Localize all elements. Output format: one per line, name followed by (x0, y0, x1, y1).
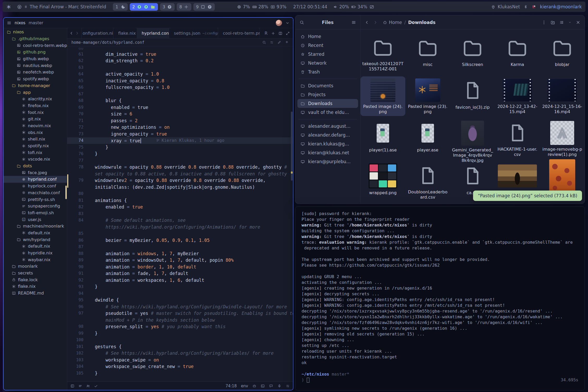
workspace-3[interactable]: 3? (160, 3, 175, 11)
chat-panel-icon[interactable] (269, 384, 273, 388)
tree-item-neovim.nix[interactable]: neovim.nix (4, 123, 67, 129)
level-indicators[interactable]: 20%34% (333, 4, 375, 9)
sidebar-item-kieran@purplebu-[interactable]: kieran@purplebu… (297, 157, 358, 166)
chevron-down-icon[interactable] (285, 21, 290, 25)
tree-item-tofi-emoji.sh[interactable]: tofi-emoji.sh (4, 210, 67, 216)
project-name[interactable]: nixos (15, 20, 26, 25)
tab-cool-retro-term.png[interactable]: cool-retro-term.png (218, 28, 260, 38)
file-item-gemini-generated-image-4rqv8k4rqv8k4rqv.jpg[interactable]: Gemini_Generated_Image_4rqv8k4rqv8k4rqv.… (450, 119, 495, 159)
back-icon[interactable] (365, 20, 369, 25)
sidebar-item-starred[interactable]: Starred (297, 50, 358, 59)
editor-scrollbar[interactable] (291, 46, 293, 382)
tab-flake.nix[interactable]: flake.nix (113, 28, 137, 38)
new-folder-icon[interactable] (550, 20, 555, 25)
tab-hyprland.conf[interactable]: hyprland.conf (137, 28, 169, 38)
sidebar-item-kieran.klukas@g-[interactable]: kieran.klukas@g… (297, 139, 358, 148)
file-item-image-removebg-preview(1).png[interactable]: image-removebg-preview(1).png (540, 119, 585, 159)
sidebar-item-downloads[interactable]: Downloads (297, 99, 358, 108)
settings-icon[interactable] (286, 384, 290, 388)
tree-item-obs.nix[interactable]: obs.nix (4, 129, 67, 136)
tree-item-dots[interactable]: dots (4, 163, 67, 169)
file-item-doubloonleaderboard.csv[interactable]: DoubloonLeaderboard.csv (405, 162, 450, 201)
scrollbar-thumb[interactable] (291, 112, 293, 181)
tree-item-spotify.nix[interactable]: spotify.nix (4, 143, 67, 149)
sparkle-icon[interactable] (285, 40, 289, 44)
view-options-caret-icon[interactable] (568, 21, 572, 24)
split-pane-icon[interactable] (278, 31, 283, 35)
project-panel-toggle-icon[interactable] (70, 384, 75, 388)
tree-item-secrets[interactable]: secrets (4, 270, 67, 277)
tab-r[interactable]: R (260, 28, 268, 38)
tray-app-icon[interactable] (531, 4, 536, 9)
file-item-takeout-20241207t155714z-001[interactable]: takeout-20241207T155714Z-001 (360, 34, 405, 73)
workspace-9[interactable]: 9? (193, 3, 215, 11)
tree-item-firefox.nix[interactable]: firefox.nix (4, 102, 67, 109)
tree-item-face.jpeg[interactable]: face.jpeg (4, 169, 67, 176)
pause-icon[interactable] (24, 5, 28, 9)
avatar[interactable] (276, 20, 282, 26)
git-branch[interactable]: master (29, 20, 43, 25)
tree-item-waybar.nix[interactable]: waybar.nix (4, 256, 67, 263)
ai-assistant-icon[interactable] (252, 384, 256, 388)
file-item-pasted-image-(24).png[interactable]: Pasted image (24).png (360, 76, 405, 116)
tree-item-hyprland.conf[interactable]: hyprland.conf (4, 176, 67, 183)
menu-icon[interactable] (7, 21, 11, 25)
code-editor[interactable]: 6061 dim_inactive = true62 dim_strength … (67, 46, 293, 382)
media-module[interactable]: The Final Arrow - Marc Streitenfeld (17, 4, 106, 9)
file-item-2024-12-21-15-16-16.mp4[interactable]: 2024-12-21_15-16-16.mp4 (540, 76, 585, 116)
view-toggle-icon[interactable] (559, 20, 564, 25)
file-item-misc[interactable]: misc (405, 34, 450, 73)
tree-item-moonlark[interactable]: moonlark (4, 263, 67, 270)
search-icon[interactable] (262, 40, 266, 44)
breadcrumb[interactable]: home-manager/dots/hyprland.conf (71, 40, 144, 45)
file-item-silkscreen[interactable]: Silkscreen (450, 34, 495, 73)
cursor-position[interactable]: 74:18 (225, 384, 237, 388)
tree-item-foot.nix[interactable]: foot.nix (4, 109, 67, 116)
file-item-pasted-image-(23).png[interactable]: Pasted image (23).png (405, 76, 450, 116)
tree-item-machines-moonlark[interactable]: machines/moonlark (4, 223, 67, 230)
mic-icon[interactable] (277, 384, 281, 388)
file-item-blobjar[interactable]: blobjar (540, 34, 585, 73)
tree-item-wm-hyprland[interactable]: wm/hyprland (4, 236, 67, 243)
tree-item-github.webp[interactable]: github.webp (4, 56, 67, 62)
tree-item-prettify-ss.sh[interactable]: prettify-ss.sh (4, 196, 67, 203)
tree-item-flake.nix[interactable]: flake.nix (4, 283, 67, 290)
close-window-icon[interactable] (576, 20, 580, 25)
file-item-hackatime-1-user.csv[interactable]: HACKATIME-1-user.csv (495, 119, 540, 159)
tree-item-shell.nix[interactable]: shell.nix (4, 136, 67, 143)
tree-item-cool-retro-term.webp[interactable]: cool-retro-term.webp (4, 42, 67, 49)
tree-item-hyprlock.conf[interactable]: hyprlock.conf (4, 183, 67, 189)
file-item-wrapped.png[interactable]: wrapped.png (360, 162, 405, 201)
sidebar-item-kieran@klukas.net[interactable]: kieran@klukas.net (297, 148, 358, 157)
tree-item-.github-images[interactable]: .github/images (4, 35, 67, 42)
nav-forward-icon[interactable] (75, 31, 79, 35)
diagnostics-ok-icon[interactable] (94, 384, 98, 388)
file-item-karma[interactable]: Karma (495, 34, 540, 73)
file-item-player(1).ase[interactable]: player(1).ase (360, 119, 405, 159)
tree-item-home-manager[interactable]: home-manager (4, 82, 67, 89)
tree-item-flake.lock[interactable]: flake.lock (4, 276, 67, 283)
bluetooth-icon[interactable] (524, 5, 528, 9)
terminal-window[interactable]: [sudo] password for kierank:Place your f… (295, 206, 585, 390)
nav-back-icon[interactable] (69, 31, 74, 35)
file-item-2024-12-22-13-42-15.mp4[interactable]: 2024-12-22_13-42-15.mp4 (495, 76, 540, 116)
terminal-panel-icon[interactable] (261, 384, 265, 388)
tree-item-tofi.nix[interactable]: tofi.nix (4, 149, 67, 156)
kebab-menu-icon[interactable] (542, 20, 546, 25)
workspace-2[interactable]: 2?? (130, 3, 158, 11)
forward-icon[interactable] (373, 20, 378, 25)
sliders-icon[interactable] (270, 40, 274, 44)
tree-item-alacritty.nix[interactable]: alacritty.nix (4, 96, 67, 102)
tree-item-nautilus.webp[interactable]: nautilus.webp (4, 62, 67, 69)
breadcrumb-home[interactable]: Home (383, 20, 402, 25)
zoom-pane-icon[interactable] (286, 31, 290, 35)
level-speaker[interactable]: 20% (333, 4, 349, 9)
sidebar-item-alexander.defarg-[interactable]: alexander.defarg… (297, 131, 358, 139)
breadcrumb-current[interactable]: Downloads (408, 20, 436, 25)
tree-item-readme.md[interactable]: README.md (4, 290, 67, 297)
tree-item-nixos[interactable]: nixos (4, 29, 67, 35)
workspace-1[interactable]: 1 (113, 3, 127, 11)
sidebar-item-documents[interactable]: Documents (297, 81, 358, 90)
workspace-8[interactable]: 8 (177, 3, 191, 11)
hamburger-menu-icon[interactable] (351, 20, 356, 25)
